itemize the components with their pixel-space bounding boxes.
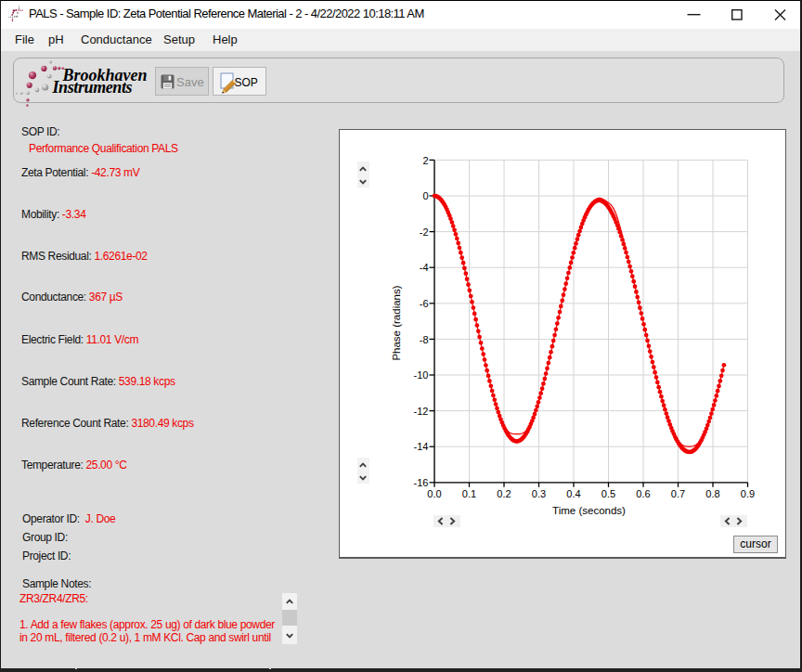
svg-text:0.6: 0.6 [636,488,650,499]
svg-text:-2: -2 [420,226,429,238]
svg-text:-16: -16 [414,477,429,488]
svg-text:0.7: 0.7 [671,488,685,499]
svg-text:0.5: 0.5 [602,488,615,499]
svg-text:0.2: 0.2 [497,488,511,499]
svg-text:0.8: 0.8 [705,488,719,499]
svg-text:2: 2 [422,155,428,166]
svg-text:-8: -8 [420,334,429,345]
svg-text:0.4: 0.4 [566,488,580,499]
svg-text:-14: -14 [414,441,429,452]
svg-text:0: 0 [422,190,428,201]
svg-text:0.3: 0.3 [532,488,546,499]
svg-text:-10: -10 [414,369,429,381]
svg-text:-6: -6 [420,298,429,309]
svg-text:-4: -4 [420,262,429,273]
svg-text:-12: -12 [414,406,429,417]
svg-text:Time (seconds): Time (seconds) [552,505,626,516]
svg-text:0.9: 0.9 [741,488,755,499]
svg-text:0.1: 0.1 [462,488,476,499]
svg-text:0.0: 0.0 [427,488,441,499]
svg-text:Phase (radians): Phase (radians) [391,285,402,360]
